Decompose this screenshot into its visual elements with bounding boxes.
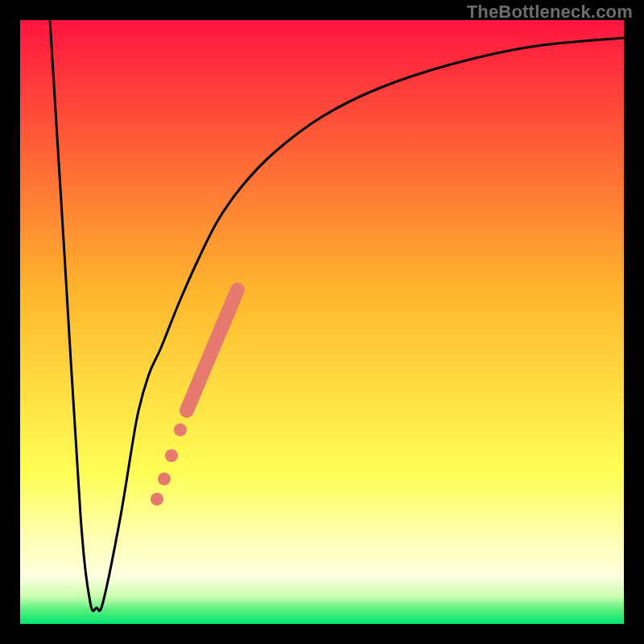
data-point [174, 423, 187, 436]
data-point [165, 449, 178, 462]
data-point [151, 493, 163, 506]
plot-background [20, 20, 624, 624]
data-point [158, 473, 171, 485]
bottleneck-chart [0, 0, 644, 644]
chart-stage: TheBottleneck.com [0, 0, 644, 644]
